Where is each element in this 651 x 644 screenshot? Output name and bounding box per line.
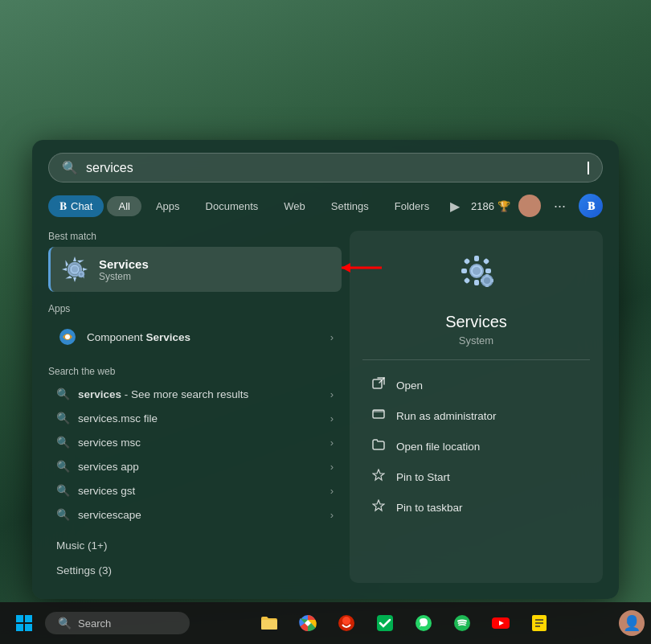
- web-section-label: Search the web: [48, 366, 342, 377]
- search-web-icon-1: 🔍: [56, 412, 70, 425]
- svg-rect-24: [490, 279, 493, 282]
- action-pin-start[interactable]: Pin to Start: [362, 461, 590, 492]
- action-open-location[interactable]: Open file location: [362, 431, 590, 461]
- component-services-label: Component Services: [87, 331, 190, 343]
- search-input-row[interactable]: 🔍 services: [48, 153, 603, 183]
- gear-icon-svg: [60, 255, 89, 284]
- best-match-label: Best match: [48, 231, 342, 242]
- taskbar-search-bar[interactable]: 🔍 Search: [45, 612, 190, 634]
- text-cursor: [588, 162, 589, 174]
- right-app-icon: [452, 247, 501, 305]
- music-section-label: Music (1+): [56, 539, 107, 552]
- web-item-3[interactable]: 🔍 services app ›: [48, 454, 342, 478]
- main-content: Best match: [48, 231, 603, 583]
- web-item-0[interactable]: 🔍 services - See more search results ›: [48, 382, 342, 406]
- list-item-component-services[interactable]: Component Services ›: [48, 319, 342, 355]
- web-chevron-3: ›: [330, 461, 334, 473]
- taskbar-youtube[interactable]: [483, 605, 518, 641]
- search-web-icon-4: 🔍: [56, 484, 70, 497]
- action-open-label: Open: [396, 379, 423, 392]
- settings-section[interactable]: Settings (3): [48, 558, 342, 583]
- svg-rect-15: [463, 258, 469, 265]
- tab-web[interactable]: Web: [272, 196, 317, 216]
- taskbar-whatsapp[interactable]: [406, 605, 441, 641]
- web-item-4[interactable]: 🔍 services gst ›: [48, 478, 342, 502]
- search-input-value: services: [86, 161, 579, 175]
- folder-icon: [371, 438, 387, 454]
- svg-rect-17: [463, 277, 469, 284]
- tab-settings[interactable]: Settings: [320, 196, 380, 216]
- tab-folders[interactable]: Folders: [383, 196, 440, 216]
- right-app-name: Services: [445, 313, 507, 331]
- svg-point-4: [80, 273, 83, 276]
- pin-start-icon: [371, 469, 387, 485]
- settings-section-label: Settings (3): [56, 564, 112, 576]
- search-web-icon-2: 🔍: [56, 436, 70, 449]
- more-tabs-button[interactable]: ▶: [444, 195, 466, 218]
- taskbar-app-red[interactable]: [329, 605, 364, 641]
- services-icon-large: [60, 255, 89, 284]
- chevron-right-icon: ›: [330, 331, 334, 343]
- user-avatar[interactable]: [518, 195, 541, 217]
- taskbar-app-green[interactable]: [367, 605, 403, 641]
- svg-rect-29: [25, 615, 32, 622]
- web-item-3-text: services app: [78, 461, 139, 473]
- run-admin-icon: [371, 408, 387, 424]
- filter-tabs-row: 𝐁 Chat All Apps Documents Web Settings F…: [48, 194, 603, 218]
- start-button[interactable]: [6, 605, 42, 641]
- search-web-icon-0: 🔍: [56, 388, 70, 400]
- tab-apps[interactable]: Apps: [145, 196, 191, 216]
- windows-logo-icon: [15, 614, 33, 632]
- bing-logo-button[interactable]: 𝐁: [579, 194, 603, 218]
- svg-point-10: [473, 267, 481, 275]
- taskbar-spotify[interactable]: [444, 605, 480, 641]
- taskbar-left: 🔍 Search: [6, 605, 190, 641]
- web-chevron-1: ›: [330, 412, 334, 425]
- best-match-item[interactable]: Services System: [48, 247, 342, 292]
- taskbar-notes[interactable]: [522, 605, 557, 641]
- svg-rect-28: [16, 615, 23, 622]
- action-open-location-label: Open file location: [396, 441, 480, 453]
- taskbar-right: 👤: [619, 610, 645, 636]
- action-run-admin-label: Run as administrator: [396, 410, 497, 422]
- svg-rect-16: [482, 258, 489, 265]
- svg-point-20: [484, 277, 490, 284]
- action-pin-taskbar[interactable]: Pin to taskbar: [362, 492, 590, 523]
- svg-point-36: [342, 617, 350, 625]
- action-open[interactable]: Open: [362, 370, 590, 400]
- taskbar-file-explorer[interactable]: [252, 605, 287, 641]
- svg-rect-21: [485, 274, 489, 277]
- right-panel-divider: [362, 359, 590, 360]
- right-app-subtitle: System: [459, 334, 493, 347]
- web-item-5[interactable]: 🔍 servicescape ›: [48, 502, 342, 527]
- bing-icon: 𝐁: [59, 199, 67, 213]
- taskbar-chrome[interactable]: [290, 605, 326, 641]
- taskbar-center: [190, 605, 619, 641]
- web-item-1[interactable]: 🔍 services.msc file ›: [48, 406, 342, 430]
- best-match-text: Services System: [99, 257, 149, 282]
- tab-all-label: All: [118, 200, 129, 212]
- web-item-2[interactable]: 🔍 services msc ›: [48, 430, 342, 454]
- action-pin-start-label: Pin to Start: [396, 471, 450, 483]
- component-services-icon: [56, 326, 79, 348]
- svg-rect-22: [485, 284, 489, 287]
- tab-all[interactable]: All: [107, 196, 141, 216]
- web-item-0-bold: services: [78, 388, 121, 400]
- bing-points: 2186 🏆: [471, 200, 510, 212]
- bing-points-value: 2186: [471, 200, 494, 212]
- component-bold: Services: [146, 331, 191, 343]
- music-section[interactable]: Music (1+): [48, 533, 342, 558]
- web-item-4-text: services gst: [78, 485, 135, 497]
- left-panel: Best match: [48, 231, 350, 583]
- open-icon: [371, 377, 387, 393]
- tab-documents[interactable]: Documents: [194, 196, 270, 216]
- svg-rect-11: [474, 256, 479, 261]
- tab-chat[interactable]: 𝐁 Chat: [48, 195, 104, 217]
- svg-rect-14: [485, 269, 491, 273]
- apps-section: Apps Component Services ›: [48, 303, 342, 355]
- action-run-admin[interactable]: Run as administrator: [362, 400, 590, 431]
- bing-points-icon: 🏆: [497, 200, 510, 212]
- avatar-emoji: 👤: [623, 614, 641, 632]
- tab-ellipsis[interactable]: ···: [549, 196, 571, 216]
- taskbar-user-avatar[interactable]: 👤: [619, 610, 645, 636]
